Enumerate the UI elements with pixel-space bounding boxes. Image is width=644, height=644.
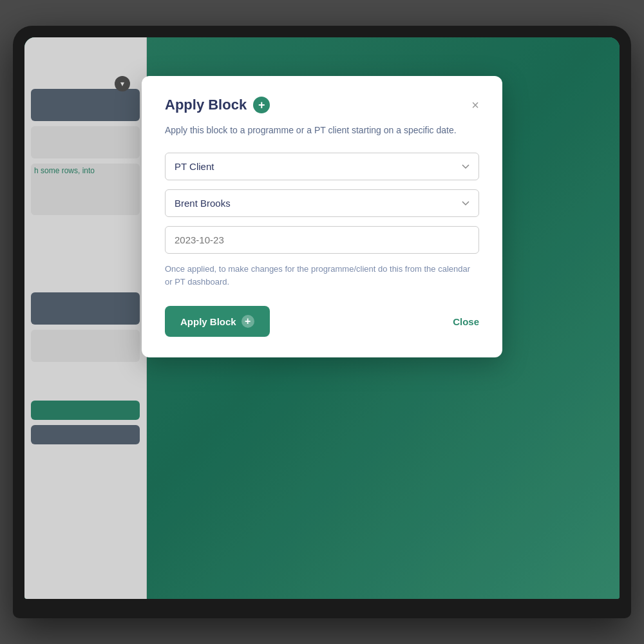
modal-subtitle: Apply this block to a programme or a PT …: [165, 124, 479, 137]
client-select[interactable]: Brent Brooks John Smith Jane Doe: [165, 189, 479, 217]
apply-block-label: Apply Block: [180, 316, 236, 327]
laptop-screen: ▾ h some rows, into: [24, 37, 620, 599]
modal-plus-icon: +: [253, 97, 270, 113]
apply-btn-plus-icon: +: [242, 315, 254, 328]
type-select[interactable]: PT Client Programme: [165, 153, 479, 180]
modal-dialog: Apply Block + × Apply this block to a pr…: [142, 76, 502, 357]
type-select-group: PT Client Programme: [165, 153, 479, 180]
modal-backdrop: Apply Block + × Apply this block to a pr…: [24, 37, 620, 599]
plus-icon: +: [258, 99, 265, 111]
hint-text: Once applied, to make changes for the pr…: [165, 263, 479, 288]
laptop-shell: ▾ h some rows, into: [13, 26, 631, 618]
modal-close-x-button[interactable]: ×: [471, 99, 479, 111]
modal-footer: Apply Block + Close: [165, 306, 479, 337]
app-bg: ▾ h some rows, into: [24, 37, 620, 599]
date-field-group: [165, 226, 479, 254]
client-select-group: Brent Brooks John Smith Jane Doe: [165, 189, 479, 217]
modal-title: Apply Block: [165, 97, 247, 113]
modal-header: Apply Block + ×: [165, 97, 479, 113]
modal-title-group: Apply Block +: [165, 97, 270, 113]
apply-block-button[interactable]: Apply Block +: [165, 306, 270, 337]
date-input[interactable]: [165, 226, 479, 254]
close-button[interactable]: Close: [453, 316, 479, 327]
